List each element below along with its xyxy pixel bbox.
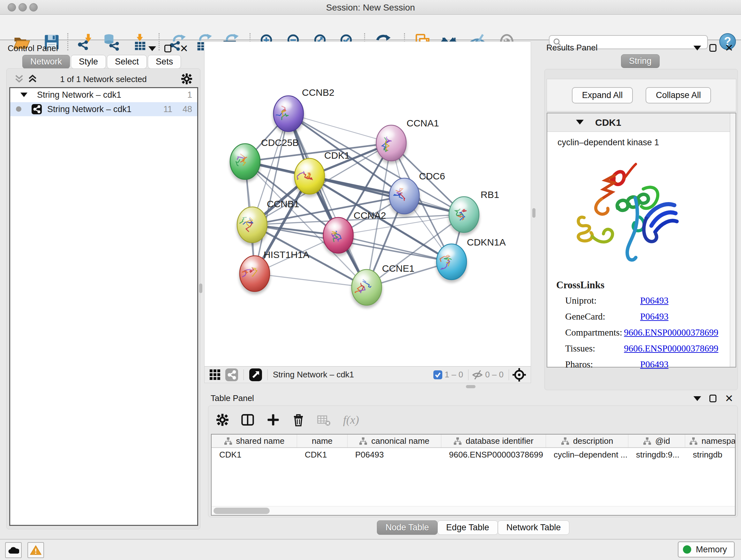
edge-HIST1H1A-CCNE1[interactable] xyxy=(255,273,367,287)
crosslink-row: Compartments:9606.ENSP00000378699 xyxy=(565,327,718,338)
gene-description: cyclin–dependent kinase 1 xyxy=(557,138,659,147)
column-header-canonical-name[interactable]: canonical name xyxy=(347,435,441,447)
node-CCNA2[interactable] xyxy=(323,217,354,256)
cloud-button[interactable] xyxy=(5,542,22,558)
column-label: canonical name xyxy=(371,436,429,446)
table-cell: P06493 xyxy=(347,448,441,461)
collapse-all-button[interactable]: Collapse All xyxy=(646,87,711,104)
memory-button[interactable]: Memory xyxy=(678,542,735,557)
crosslink-label: GeneCard: xyxy=(565,311,640,322)
float-panel-icon[interactable] xyxy=(710,44,717,52)
window-title: Session: New Session xyxy=(0,3,741,13)
column-header-database-identifier[interactable]: database identifier xyxy=(441,435,546,447)
open-in-window-icon[interactable] xyxy=(249,368,262,381)
panel-menu-icon[interactable] xyxy=(693,396,701,401)
node-CCNE1[interactable] xyxy=(351,269,382,308)
node-CDC6[interactable] xyxy=(389,178,420,217)
hidden-eye-icon[interactable] xyxy=(472,369,483,381)
string-results-body: Expand All Collapse All CDK1 cyclin–depe… xyxy=(544,69,738,390)
horizontal-scrollbar[interactable] xyxy=(212,506,735,515)
edge-CCNA2-CDKN1A[interactable] xyxy=(338,235,452,262)
float-panel-icon[interactable] xyxy=(164,45,172,52)
column-header-description[interactable]: description xyxy=(546,435,628,447)
crosslink-link[interactable]: P06493 xyxy=(640,295,669,306)
table-cell: CDK1 xyxy=(297,448,347,461)
crosslink-link[interactable]: 9606.ENSP00000378699 xyxy=(624,327,718,338)
float-panel-icon[interactable] xyxy=(710,395,717,402)
column-header-@id[interactable]: @id xyxy=(628,435,685,447)
results-scrollbar[interactable] xyxy=(730,113,736,367)
collapse-triangle-icon[interactable] xyxy=(576,120,584,125)
node-HIST1H1A[interactable] xyxy=(239,256,270,294)
hidden-node-edge-count: 0 – 0 xyxy=(485,370,503,380)
selected-checkbox-icon[interactable] xyxy=(433,370,443,380)
network-status-dot xyxy=(16,106,21,112)
grid-view-icon[interactable] xyxy=(209,369,221,381)
add-column-icon[interactable] xyxy=(266,413,280,427)
splitter-handle[interactable] xyxy=(466,385,475,388)
column-header-shared-name[interactable]: shared name xyxy=(212,435,297,447)
node-CDC25B[interactable] xyxy=(229,144,261,182)
network-row-selected[interactable]: String Network – cdk1 11 48 xyxy=(10,102,197,116)
node-CDK1[interactable] xyxy=(294,159,325,197)
node-CCNB2[interactable] xyxy=(273,96,304,134)
gear-icon[interactable] xyxy=(181,73,192,84)
panel-menu-icon[interactable] xyxy=(148,46,156,51)
tab-sets[interactable]: Sets xyxy=(148,55,181,69)
close-panel-icon[interactable]: ✕ xyxy=(180,45,188,52)
edge-CCNB2-CCNE1[interactable] xyxy=(288,114,367,287)
splitter-handle[interactable] xyxy=(199,284,202,293)
toolbar-separator xyxy=(509,369,509,380)
crosslinks-title: CrossLinks xyxy=(556,279,718,291)
panel-menu-icon[interactable] xyxy=(693,46,701,51)
main-toolbar: ? xyxy=(0,15,741,40)
tab-edge-table[interactable]: Edge Table xyxy=(437,520,498,535)
close-panel-icon[interactable]: ✕ xyxy=(725,395,733,402)
edge-count: 48 xyxy=(183,105,192,114)
node-label-CDKN1A: CDKN1A xyxy=(467,237,506,247)
table-cell: cyclin–dependent ... xyxy=(546,448,628,461)
tab-network[interactable]: Network xyxy=(22,55,70,69)
node-CCNA1[interactable] xyxy=(376,125,407,164)
network-tab-body: 1 of 1 Network selected String Network –… xyxy=(6,68,200,530)
column-type-icon xyxy=(224,437,232,445)
control-panel-title: Control Panel xyxy=(8,44,58,53)
column-label: description xyxy=(573,436,613,446)
crosslink-link[interactable]: P06493 xyxy=(640,311,669,322)
node-CCNB1[interactable] xyxy=(237,207,268,246)
navigator-crosshair-icon[interactable] xyxy=(512,368,526,382)
tab-network-table[interactable]: Network Table xyxy=(498,520,569,535)
network-canvas[interactable]: CCNB2CCNA1CDC25BCDK1CDC6RB1CCNB1CCNA2CDK… xyxy=(205,42,531,366)
node-label-CCNB1: CCNB1 xyxy=(267,199,299,209)
column-header-namespace[interactable]: namespace xyxy=(685,435,736,447)
network-collection-row[interactable]: String Network – cdk1 1 xyxy=(10,88,197,102)
tab-select[interactable]: Select xyxy=(107,55,147,69)
splitter-handle[interactable] xyxy=(532,208,536,218)
column-label: namespace xyxy=(701,436,736,446)
node-CDKN1A[interactable] xyxy=(436,244,467,283)
show-columns-icon[interactable] xyxy=(241,413,254,427)
control-panel-tabs: NetworkStyleSelectSets xyxy=(22,55,182,69)
close-panel-icon[interactable]: ✕ xyxy=(725,44,733,51)
scrollbar-thumb[interactable] xyxy=(213,508,270,514)
string-share-icon[interactable] xyxy=(225,368,239,381)
collapse-triangle-icon[interactable] xyxy=(20,92,27,97)
node-table[interactable]: shared namenamecanonical namedatabase id… xyxy=(211,434,736,516)
expand-all-button[interactable]: Expand All xyxy=(572,87,633,104)
tab-style[interactable]: Style xyxy=(71,55,106,69)
tab-node-table[interactable]: Node Table xyxy=(377,520,437,535)
table-row[interactable]: CDK1CDK1P064939606.ENSP00000378699cyclin… xyxy=(212,448,735,461)
column-header-name[interactable]: name xyxy=(297,435,347,447)
delete-icon[interactable] xyxy=(292,413,305,427)
crosslink-link[interactable]: 9606.ENSP00000378699 xyxy=(624,343,718,354)
crosslink-link[interactable]: P06493 xyxy=(640,359,669,370)
cdk1-section-header[interactable]: CDK1 xyxy=(547,113,736,132)
selected-node-edge-count: 1 – 0 xyxy=(445,370,463,380)
node-label-CCNA2: CCNA2 xyxy=(354,210,386,221)
tab-string[interactable]: String xyxy=(621,54,661,68)
crosslinks-block: CrossLinks Uniprot:P06493GeneCard:P06493… xyxy=(565,279,718,375)
warning-button[interactable] xyxy=(27,542,44,558)
gear-icon[interactable] xyxy=(216,414,229,426)
node-RB1[interactable] xyxy=(448,197,480,235)
crosslink-row: Tissues:9606.ENSP00000378699 xyxy=(565,343,718,354)
